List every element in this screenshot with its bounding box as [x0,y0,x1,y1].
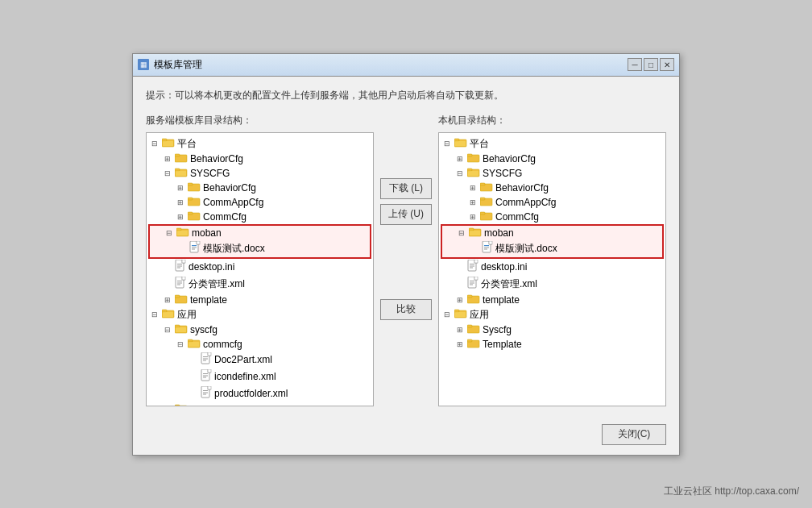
expand-icon[interactable]: ⊞ [177,198,187,206]
item-label: BehaviorCfg [495,182,549,194]
local-tree-wrap: ⊟ 平台⊞ BehaviorCfg⊟ SYSCFG⊞ BehaviorCfg⊞ … [438,132,666,406]
title-controls: ─ □ ✕ [628,58,674,71]
expand-icon[interactable]: ⊞ [470,198,479,206]
expand-icon[interactable]: ⊟ [151,310,161,319]
tree-item[interactable]: 模版测试.docx [441,240,664,259]
expand-icon[interactable]: ⊞ [457,340,466,348]
tree-item[interactable]: ⊞ Template [148,402,371,406]
local-tree[interactable]: ⊟ 平台⊞ BehaviorCfg⊟ SYSCFG⊞ BehaviorCfg⊞ … [438,132,666,406]
folder-icon [188,196,201,209]
item-label: Doc2Part.xml [214,354,272,365]
svg-rect-7 [176,171,186,176]
tree-item[interactable]: ⊟ SYSCFG [441,166,664,181]
tree-item[interactable]: ⊞ template [148,293,371,307]
tree-item[interactable]: ⊟ 平台 [441,136,664,152]
tree-item[interactable]: 分类管理.xml [148,276,371,293]
svg-rect-46 [203,358,208,359]
tree-item[interactable]: ⊞ BehaviorCfg [148,152,371,166]
tree-item[interactable]: ⊞ BehaviorCfg [441,152,664,166]
tree-item[interactable]: ⊟ syscfg [148,323,371,337]
tree-item[interactable]: ⊟ commcfg [148,337,371,352]
expand-icon[interactable]: ⊞ [177,213,187,221]
download-button[interactable]: 下载 (L) [380,178,432,199]
expand-icon[interactable]: ⊟ [444,310,454,319]
tree-item[interactable]: ⊞ CommCfg [148,210,371,224]
upload-button[interactable]: 上传 (U) [380,204,432,225]
tree-item[interactable]: ⊟ 应用 [148,307,371,323]
expand-icon[interactable]: ⊞ [164,155,174,163]
tree-item[interactable]: Doc2Part.xml [148,352,371,369]
svg-rect-98 [467,325,472,327]
item-label: SYSCFG [483,168,522,179]
tree-item[interactable]: icondefine.xml [148,369,371,385]
tree-item[interactable]: ⊟ 平台 [148,136,371,152]
svg-rect-89 [470,281,474,281]
file-icon [467,260,478,275]
expand-icon[interactable]: ⊞ [164,406,174,406]
folder-icon [175,167,188,180]
expand-icon[interactable]: ⊟ [164,169,174,177]
tree-item[interactable]: ⊞ CommAppCfg [441,195,664,210]
expand-icon[interactable]: ⊞ [457,155,466,163]
svg-rect-85 [470,265,474,266]
server-tree[interactable]: ⊟ 平台⊞ BehaviorCfg⊟ SYSCFG⊞ BehaviorCfg⊞ … [146,132,374,406]
tree-item[interactable]: ⊞ Syscfg [441,323,664,337]
expand-icon[interactable]: ⊞ [164,296,174,304]
svg-rect-90 [470,282,474,283]
svg-rect-80 [484,247,489,248]
expand-icon[interactable]: ⊞ [177,184,187,192]
tree-item[interactable]: ⊞ CommCfg [441,210,664,224]
tree-item[interactable]: 分类管理.xml [441,276,664,293]
file-icon [201,352,212,368]
tree-item[interactable]: productfolder.xml [148,385,371,402]
tree-item[interactable]: ⊞ template [441,293,664,307]
title-bar: ▦ 模板库管理 ─ □ ✕ [133,54,679,77]
tree-item[interactable]: desktop.ini [148,259,371,276]
folder-icon [467,167,480,180]
compare-button[interactable]: 比较 [380,299,432,320]
tree-item[interactable]: ⊟ moban [148,224,371,240]
expand-icon[interactable]: ⊟ [151,139,161,148]
hint-text: 提示：可以将本机更改的配置文件上传到服务端，其他用户启动后将自动下载更新。 [146,88,666,102]
expand-icon[interactable]: ⊟ [444,139,454,148]
expand-icon[interactable]: ⊞ [470,213,479,221]
expand-icon[interactable]: ⊟ [164,326,174,334]
expand-icon[interactable]: ⊞ [457,326,466,334]
item-label: commcfg [203,339,242,350]
svg-rect-55 [203,390,208,391]
tree-item[interactable]: ⊟ moban [441,224,664,240]
svg-rect-39 [176,327,186,332]
svg-rect-13 [188,212,193,214]
svg-rect-100 [467,339,472,342]
expand-icon[interactable]: ⊟ [166,229,176,237]
item-label: CommAppCfg [495,197,556,208]
maximize-button[interactable]: □ [644,58,658,71]
folder-icon [188,181,201,194]
svg-rect-96 [455,312,466,317]
close-button[interactable]: 关闭(C) [602,424,666,445]
svg-rect-81 [484,248,487,249]
close-window-button[interactable]: ✕ [660,58,674,71]
tree-item[interactable]: desktop.ini [441,259,664,276]
item-label: BehaviorCfg [483,153,536,164]
file-icon [201,386,212,402]
tree-item[interactable]: 模版测试.docx [148,240,371,259]
expand-icon[interactable]: ⊞ [457,296,466,304]
svg-rect-88 [474,277,478,280]
tree-item[interactable]: ⊞ Template [441,337,664,352]
expand-icon[interactable]: ⊟ [457,169,466,177]
file-icon [175,260,186,275]
tree-item[interactable]: ⊟ SYSCFG [148,166,371,181]
tree-item[interactable]: ⊞ BehaviorCfg [441,181,664,195]
folder-icon [162,308,175,321]
item-label: syscfg [190,324,218,335]
folder-icon [467,294,480,306]
tree-item[interactable]: ⊟ 应用 [441,307,664,323]
tree-item[interactable]: ⊞ BehaviorCfg [148,181,371,195]
expand-icon[interactable]: ⊟ [458,229,468,237]
expand-icon[interactable]: ⊞ [470,184,479,192]
minimize-button[interactable]: ─ [628,58,642,71]
item-label: moban [192,227,222,239]
expand-icon[interactable]: ⊟ [177,340,187,348]
tree-item[interactable]: ⊞ CommAppCfg [148,195,371,210]
